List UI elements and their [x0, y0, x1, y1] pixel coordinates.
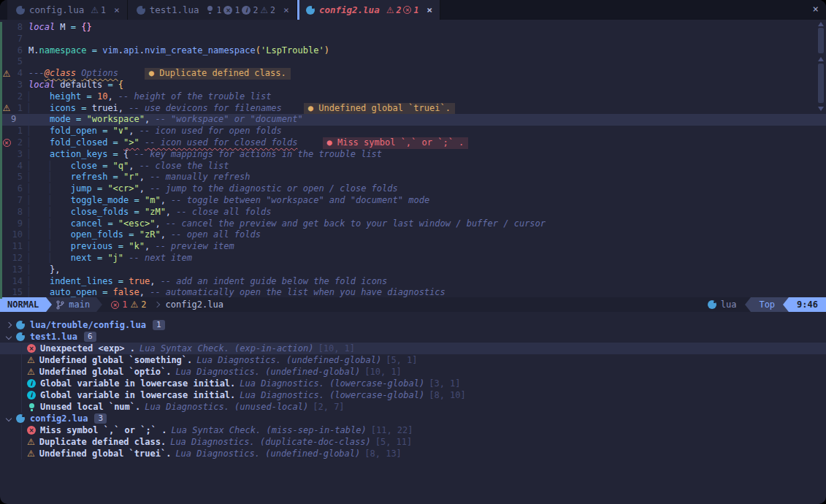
token: next: [71, 253, 97, 263]
token: -- "workspace" or "document": [155, 114, 302, 124]
code-line[interactable]: 1▏ fold_open = "∨", -- icon used for ope…: [0, 126, 826, 137]
scrollbar-thumb[interactable]: [818, 64, 824, 103]
token: [139, 137, 145, 148]
code-line[interactable]: 4▏ ▏ close = "q", -- close the list: [0, 161, 826, 172]
scrollbar[interactable]: [818, 22, 824, 295]
token: @class: [45, 68, 76, 78]
code-line[interactable]: 3local defaults = {: [0, 80, 826, 91]
token: cancel: [71, 218, 108, 229]
chevron-right-icon[interactable]: [6, 322, 12, 328]
diagnostic-row[interactable]: iGlobal variable in lowercase initial.Lu…: [0, 389, 826, 401]
diagnostic-row[interactable]: iGlobal variable in lowercase initial.Lu…: [0, 378, 826, 389]
powerline-separator: [46, 297, 52, 312]
token: ,: [107, 91, 118, 102]
code-line[interactable]: ×2▏ fold_closed = ">" -- icon used for c…: [0, 137, 826, 149]
sign-column: [2, 91, 11, 103]
code-text: ▏ ▏ previous = "k", -- preview item: [28, 241, 234, 253]
diagnostic-row[interactable]: ⚠Undefined global `optio`.Lua Diagnostic…: [0, 366, 826, 378]
close-all-icon[interactable]: ×: [813, 3, 819, 15]
code-line[interactable]: 7: [0, 34, 826, 45]
editor-buffer[interactable]: 8local M = {}76M.namespace = vim.api.nvi…: [0, 20, 826, 297]
token: ▏: [28, 91, 50, 102]
code-line[interactable]: 6▏ ▏ jump = "<cr>", -- jump to the diagn…: [0, 183, 826, 195]
token: ▏: [28, 103, 50, 113]
token: auto_open: [50, 287, 102, 297]
diagnostic-position: [5, 1]: [386, 355, 417, 365]
scrollbar-thumb[interactable]: [818, 28, 824, 53]
token: indent_lines: [50, 276, 118, 286]
chevron-down-icon[interactable]: [6, 334, 12, 340]
token: {: [118, 80, 123, 90]
token: ▏: [28, 137, 50, 148]
code-line[interactable]: 2▏ height = 10, -- height of the trouble…: [0, 91, 826, 103]
line-number: 6: [11, 45, 28, 57]
token: ,: [161, 229, 171, 240]
token: jump: [71, 183, 97, 194]
code-line[interactable]: 5: [0, 56, 826, 68]
token: defaults: [60, 80, 107, 90]
code-text: ▏ ▏ jump = "<cr>", -- jump to the diagno…: [28, 183, 398, 195]
diagnostic-position: [2, 7]: [313, 402, 344, 412]
close-tab-icon[interactable]: ×: [114, 4, 120, 15]
tab-config2.lua[interactable]: config2.lua⚠2×1×: [297, 0, 440, 20]
token: ): [324, 45, 329, 56]
diagnostic-row[interactable]: ⚠Undefined global `truei`.Lua Diagnostic…: [0, 448, 826, 459]
lua-icon: [16, 6, 25, 15]
scrollbar-mark-up-icon: [818, 57, 824, 61]
code-line[interactable]: 5▏ ▏ refresh = "r", -- manually refresh: [0, 172, 826, 183]
token: =: [107, 80, 118, 90]
sign-column: [2, 287, 11, 299]
code-line[interactable]: 9▏ mode = "workspace", -- "workspace" or…: [0, 114, 826, 126]
code-line[interactable]: 13▏ },: [0, 264, 826, 276]
token: ▏ ▏: [28, 207, 71, 217]
diagnostic-source: Lua Diagnostics. (undefined-global): [175, 367, 360, 377]
trouble-file-row[interactable]: test1.lua6: [0, 331, 826, 343]
code-line[interactable]: 11▏ ▏ previous = "k", -- preview item: [0, 241, 826, 253]
code-line[interactable]: 8▏ ▏ close_folds = "zM", -- close all fo…: [0, 207, 826, 218]
diagnostic-row[interactable]: ⚠Undefined global `something`.Lua Diagno…: [0, 354, 826, 366]
token: "<esc>": [118, 218, 156, 229]
tab-diagnostics: 1×1i2⚠2: [206, 5, 276, 15]
token: action_keys: [50, 149, 113, 159]
tab-test1.lua[interactable]: test1.lua1×1i2⚠2×: [128, 0, 297, 20]
code-line[interactable]: 8local M = {}: [0, 22, 826, 34]
code-line[interactable]: 7▏ ▏ toggle_mode = "m", -- toggle betwee…: [0, 195, 826, 207]
token: =: [92, 45, 102, 56]
code-line[interactable]: 10▏ ▏ open_folds = "zR", -- open all fol…: [0, 229, 826, 241]
line-number: 7: [11, 195, 28, 207]
token: "q": [113, 161, 129, 171]
token: ,: [118, 103, 129, 113]
line-number: 2: [11, 91, 28, 103]
code-line[interactable]: 14▏ indent_lines = true, -- add an inden…: [0, 276, 826, 288]
diagnostic-count: 2: [270, 5, 275, 15]
sign-column: [2, 241, 11, 253]
code-line[interactable]: 3▏ action_keys = { -- key mappings for a…: [0, 149, 826, 161]
code-line[interactable]: 15▏ auto_open = false, -- automatically …: [0, 287, 826, 299]
code-line[interactable]: 12▏ ▏ next = "j" -- next item: [0, 253, 826, 264]
trouble-file-row[interactable]: config2.lua3: [0, 413, 826, 424]
token: ,: [139, 287, 150, 297]
code-line[interactable]: ⚠4---@class Options● Duplicate defined c…: [0, 68, 826, 80]
info-icon: i: [27, 379, 36, 388]
token: ,: [145, 114, 155, 124]
token: (: [256, 45, 261, 56]
code-line[interactable]: 9▏ ▏ cancel = "<esc>", -- cancel the pre…: [0, 218, 826, 230]
close-tab-icon[interactable]: ×: [427, 4, 432, 15]
diagnostic-count: 1: [101, 5, 106, 15]
diagnostic-row[interactable]: ⚠Duplicate defined class.Lua Diagnostics…: [0, 436, 826, 448]
token: "<cr>": [107, 183, 139, 194]
scrollbar-up-icon[interactable]: [818, 22, 824, 26]
scrollbar-down-icon[interactable]: [818, 107, 824, 111]
token: refresh: [71, 172, 113, 182]
code-line[interactable]: ⚠1▏ icons = truei, -- use devicons for f…: [0, 103, 826, 115]
chevron-down-icon[interactable]: [6, 416, 12, 421]
diagnostic-row[interactable]: ×Miss symbol `,` or `;` .Lua Syntax Chec…: [0, 424, 826, 436]
close-tab-icon[interactable]: ×: [283, 4, 289, 15]
code-line[interactable]: 6M.namespace = vim.api.nvim_create_names…: [0, 45, 826, 57]
diagnostic-message: Undefined global `truei`.: [39, 448, 172, 459]
sign-column: [2, 56, 11, 68]
trouble-file-row[interactable]: lua/trouble/config.lua1: [0, 319, 826, 331]
diagnostic-row[interactable]: ×Unexpected <exp> .Lua Syntax Check. (ex…: [0, 343, 826, 354]
diagnostic-row[interactable]: Unused local `num`.Lua Diagnostics. (unu…: [0, 401, 826, 413]
tab-config.lua[interactable]: config.lua⚠1×: [7, 0, 128, 20]
